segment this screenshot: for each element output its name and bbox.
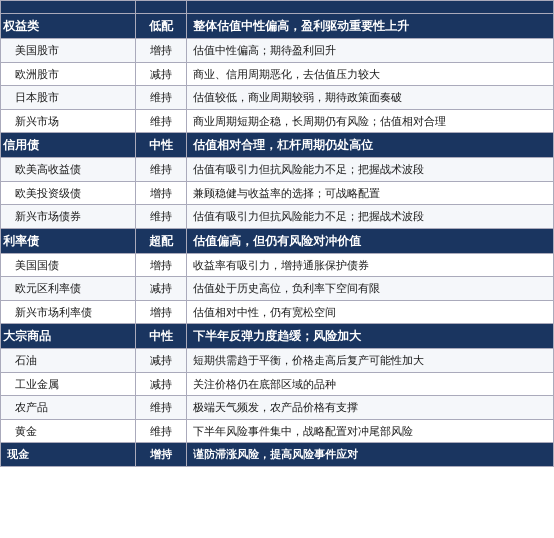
asset-rec: 增持 bbox=[136, 181, 187, 205]
asset-rec: 增持 bbox=[136, 39, 187, 63]
asset-logic: 极端天气频发，农产品价格有支撑 bbox=[187, 396, 554, 420]
asset-rec: 减持 bbox=[136, 349, 187, 373]
category-rec: 低配 bbox=[136, 14, 187, 39]
category-row: 权益类 低配 整体估值中性偏高，盈利驱动重要性上升 bbox=[1, 14, 554, 39]
category-logic: 估值相对合理，杠杆周期仍处高位 bbox=[187, 133, 554, 158]
data-row: 欧洲股市 减持 商业、信用周期恶化，去估值压力较大 bbox=[1, 62, 554, 86]
asset-name: 黄金 bbox=[1, 419, 136, 443]
asset-name: 欧美高收益债 bbox=[1, 158, 136, 182]
data-row: 欧美高收益债 维持 估值有吸引力但抗风险能力不足；把握战术波段 bbox=[1, 158, 554, 182]
header-logic bbox=[187, 1, 554, 14]
asset-name: 美国国债 bbox=[1, 253, 136, 277]
asset-logic: 估值较低，商业周期较弱，期待政策面奏破 bbox=[187, 86, 554, 110]
asset-rec: 增持 bbox=[136, 253, 187, 277]
category-name: 大宗商品 bbox=[1, 324, 136, 349]
asset-logic: 估值中性偏高；期待盈利回升 bbox=[187, 39, 554, 63]
asset-logic: 商业、信用周期恶化，去估值压力较大 bbox=[187, 62, 554, 86]
asset-rec: 减持 bbox=[136, 62, 187, 86]
data-row: 新兴市场 维持 商业周期短期企稳，长周期仍有风险；估值相对合理 bbox=[1, 109, 554, 133]
data-row: 欧元区利率债 减持 估值处于历史高位，负利率下空间有限 bbox=[1, 277, 554, 301]
data-row: 新兴市场债券 维持 估值有吸引力但抗风险能力不足；把握战术波段 bbox=[1, 205, 554, 229]
category-rec: 中性 bbox=[136, 324, 187, 349]
asset-rec: 维持 bbox=[136, 158, 187, 182]
category-logic: 估值偏高，但仍有风险对冲价值 bbox=[187, 228, 554, 253]
data-row: 农产品 维持 极端天气频发，农产品价格有支撑 bbox=[1, 396, 554, 420]
asset-name: 新兴市场债券 bbox=[1, 205, 136, 229]
asset-logic: 短期供需趋于平衡，价格走高后复产可能性加大 bbox=[187, 349, 554, 373]
category-name: 信用债 bbox=[1, 133, 136, 158]
asset-rec: 减持 bbox=[136, 277, 187, 301]
category-rec: 中性 bbox=[136, 133, 187, 158]
cash-name: 现金 bbox=[1, 443, 136, 467]
header-asset-type bbox=[1, 1, 136, 14]
category-rec: 超配 bbox=[136, 228, 187, 253]
category-row: 信用债 中性 估值相对合理，杠杆周期仍处高位 bbox=[1, 133, 554, 158]
data-row: 工业金属 减持 关注价格仍在底部区域的品种 bbox=[1, 372, 554, 396]
asset-logic: 估值有吸引力但抗风险能力不足；把握战术波段 bbox=[187, 205, 554, 229]
asset-rec: 维持 bbox=[136, 396, 187, 420]
cash-logic: 谨防滞涨风险，提高风险事件应对 bbox=[187, 443, 554, 467]
cash-rec: 增持 bbox=[136, 443, 187, 467]
category-logic: 下半年反弹力度趋缓；风险加大 bbox=[187, 324, 554, 349]
asset-rec: 增持 bbox=[136, 300, 187, 324]
category-name: 权益类 bbox=[1, 14, 136, 39]
data-row: 美国股市 增持 估值中性偏高；期待盈利回升 bbox=[1, 39, 554, 63]
data-row: 欧美投资级债 增持 兼顾稳健与收益率的选择；可战略配置 bbox=[1, 181, 554, 205]
asset-rec: 维持 bbox=[136, 86, 187, 110]
asset-rec: 维持 bbox=[136, 419, 187, 443]
asset-rec: 减持 bbox=[136, 372, 187, 396]
asset-logic: 商业周期短期企稳，长周期仍有风险；估值相对合理 bbox=[187, 109, 554, 133]
asset-name: 欧美投资级债 bbox=[1, 181, 136, 205]
data-row: 日本股市 维持 估值较低，商业周期较弱，期待政策面奏破 bbox=[1, 86, 554, 110]
asset-logic: 关注价格仍在底部区域的品种 bbox=[187, 372, 554, 396]
asset-name: 工业金属 bbox=[1, 372, 136, 396]
category-row: 大宗商品 中性 下半年反弹力度趋缓；风险加大 bbox=[1, 324, 554, 349]
asset-logic: 估值处于历史高位，负利率下空间有限 bbox=[187, 277, 554, 301]
data-row: 石油 减持 短期供需趋于平衡，价格走高后复产可能性加大 bbox=[1, 349, 554, 373]
asset-logic: 兼顾稳健与收益率的选择；可战略配置 bbox=[187, 181, 554, 205]
asset-rec: 维持 bbox=[136, 109, 187, 133]
asset-logic: 估值相对中性，仍有宽松空间 bbox=[187, 300, 554, 324]
asset-logic: 收益率有吸引力，增持通胀保护债券 bbox=[187, 253, 554, 277]
asset-name: 新兴市场 bbox=[1, 109, 136, 133]
category-logic: 整体估值中性偏高，盈利驱动重要性上升 bbox=[187, 14, 554, 39]
data-row: 新兴市场利率债 增持 估值相对中性，仍有宽松空间 bbox=[1, 300, 554, 324]
asset-rec: 维持 bbox=[136, 205, 187, 229]
asset-name: 美国股市 bbox=[1, 39, 136, 63]
asset-name: 欧洲股市 bbox=[1, 62, 136, 86]
category-row: 利率债 超配 估值偏高，但仍有风险对冲价值 bbox=[1, 228, 554, 253]
header-recommendation bbox=[136, 1, 187, 14]
cash-row: 现金 增持 谨防滞涨风险，提高风险事件应对 bbox=[1, 443, 554, 467]
data-row: 美国国债 增持 收益率有吸引力，增持通胀保护债券 bbox=[1, 253, 554, 277]
asset-logic: 估值有吸引力但抗风险能力不足；把握战术波段 bbox=[187, 158, 554, 182]
data-row: 黄金 维持 下半年风险事件集中，战略配置对冲尾部风险 bbox=[1, 419, 554, 443]
asset-allocation-table: 权益类 低配 整体估值中性偏高，盈利驱动重要性上升 美国股市 增持 估值中性偏高… bbox=[0, 0, 554, 467]
asset-name: 农产品 bbox=[1, 396, 136, 420]
asset-name: 新兴市场利率债 bbox=[1, 300, 136, 324]
asset-name: 石油 bbox=[1, 349, 136, 373]
category-name: 利率债 bbox=[1, 228, 136, 253]
asset-name: 欧元区利率债 bbox=[1, 277, 136, 301]
asset-logic: 下半年风险事件集中，战略配置对冲尾部风险 bbox=[187, 419, 554, 443]
asset-name: 日本股市 bbox=[1, 86, 136, 110]
